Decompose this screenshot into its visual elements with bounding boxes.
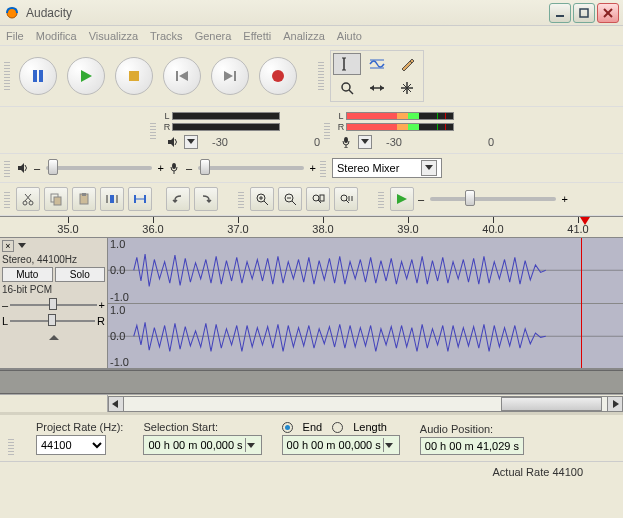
- scrollbar-trough[interactable]: [124, 396, 607, 412]
- svg-rect-12: [234, 71, 236, 81]
- selection-end-field[interactable]: 00 h 00 m 00,000 s: [282, 435, 400, 455]
- pause-button[interactable]: [19, 57, 57, 95]
- fit-selection-button[interactable]: [306, 187, 330, 211]
- toolbar-grip[interactable]: [4, 62, 10, 90]
- gain-slider[interactable]: – +: [2, 299, 105, 311]
- svg-marker-63: [397, 194, 407, 204]
- svg-point-33: [172, 163, 176, 169]
- audio-position-field[interactable]: 00 h 00 m 41,029 s: [420, 437, 524, 455]
- track-menu-button[interactable]: [16, 240, 28, 252]
- draw-tool[interactable]: [393, 53, 421, 75]
- svg-rect-2: [580, 9, 588, 17]
- scroll-left-button[interactable]: [108, 396, 124, 412]
- zoom-out-button[interactable]: [278, 187, 302, 211]
- undo-button[interactable]: [166, 187, 190, 211]
- output-volume-slider[interactable]: [46, 166, 151, 170]
- selection-tool[interactable]: [333, 53, 361, 75]
- menu-edit[interactable]: Modifica: [36, 30, 77, 42]
- svg-rect-6: [39, 70, 43, 82]
- transport-toolbar: [0, 46, 623, 107]
- selection-start-field[interactable]: 00 h 00 m 00,000 s: [143, 435, 261, 455]
- svg-line-55: [292, 201, 296, 205]
- zoom-in-button[interactable]: [250, 187, 274, 211]
- waveform-left-channel[interactable]: 1.00.0-1.0: [108, 238, 623, 304]
- svg-marker-71: [247, 443, 255, 448]
- svg-marker-65: [18, 243, 26, 248]
- menu-tracks[interactable]: Tracks: [150, 30, 183, 42]
- skip-end-button[interactable]: [211, 57, 249, 95]
- play-button[interactable]: [67, 57, 105, 95]
- vol-max-icon: +: [158, 162, 164, 174]
- chevron-down-icon[interactable]: [383, 438, 395, 452]
- playback-meter-l[interactable]: [172, 112, 280, 120]
- track-control-panel: × Stereo, 44100Hz Muto Solo 16-bit PCM –…: [0, 238, 108, 368]
- minimize-button[interactable]: [549, 3, 571, 23]
- svg-marker-72: [385, 443, 393, 448]
- input-device-select[interactable]: Stereo Mixer: [332, 158, 442, 178]
- svg-marker-7: [81, 70, 92, 82]
- fit-project-button[interactable]: [334, 187, 358, 211]
- transcription-grip[interactable]: [378, 190, 384, 208]
- record-meter-menu[interactable]: [358, 135, 372, 149]
- menu-view[interactable]: Visualizza: [89, 30, 138, 42]
- zoom-tool[interactable]: [333, 77, 361, 99]
- envelope-tool[interactable]: [363, 53, 391, 75]
- playback-meter-grip[interactable]: [150, 121, 156, 139]
- menu-file[interactable]: File: [6, 30, 24, 42]
- timeline-ruler[interactable]: 35.0 36.0 37.0 38.0 39.0 40.0 41.0: [0, 216, 623, 238]
- track-close-button[interactable]: ×: [2, 240, 14, 252]
- svg-rect-42: [82, 193, 86, 196]
- status-bar: Actual Rate 44100: [0, 461, 623, 481]
- zoom-grip[interactable]: [238, 190, 244, 208]
- menu-effects[interactable]: Effetti: [243, 30, 271, 42]
- waveform-right-channel[interactable]: 1.00.0-1.0: [108, 304, 623, 369]
- pan-slider[interactable]: L R: [2, 315, 105, 327]
- maximize-button[interactable]: [573, 3, 595, 23]
- horizontal-scrollbar: [0, 394, 623, 412]
- tools-grip[interactable]: [318, 62, 324, 90]
- trim-button[interactable]: [100, 187, 124, 211]
- menu-generate[interactable]: Genera: [195, 30, 232, 42]
- cut-button[interactable]: [16, 187, 40, 211]
- stop-button[interactable]: [115, 57, 153, 95]
- record-meter-grip[interactable]: [324, 121, 330, 139]
- play-speed-slider[interactable]: [430, 197, 555, 201]
- project-rate-select[interactable]: 44100: [36, 435, 106, 455]
- timeshift-tool[interactable]: [363, 77, 391, 99]
- record-button[interactable]: [259, 57, 297, 95]
- close-button[interactable]: [597, 3, 619, 23]
- playback-meter-menu[interactable]: [184, 135, 198, 149]
- skip-start-button[interactable]: [163, 57, 201, 95]
- paste-button[interactable]: [72, 187, 96, 211]
- scroll-right-button[interactable]: [607, 396, 623, 412]
- record-meter-r[interactable]: [346, 123, 454, 131]
- svg-marker-11: [224, 71, 233, 81]
- device-grip[interactable]: [320, 159, 326, 177]
- playback-meter-r[interactable]: [172, 123, 280, 131]
- svg-marker-23: [380, 85, 384, 91]
- mute-button[interactable]: Muto: [2, 267, 53, 282]
- menu-analyze[interactable]: Analizza: [283, 30, 325, 42]
- track-collapse-button[interactable]: [2, 331, 105, 343]
- record-meter-l[interactable]: [346, 112, 454, 120]
- play-speed-button[interactable]: [390, 187, 414, 211]
- multi-tool[interactable]: [393, 77, 421, 99]
- waveform-display[interactable]: 1.00.0-1.0 1.00.0-1.0: [108, 238, 623, 368]
- svg-marker-31: [361, 139, 369, 144]
- svg-rect-43: [110, 195, 114, 203]
- end-radio[interactable]: [282, 422, 293, 433]
- silence-button[interactable]: [128, 187, 152, 211]
- copy-button[interactable]: [44, 187, 68, 211]
- length-radio[interactable]: [332, 422, 343, 433]
- redo-button[interactable]: [194, 187, 218, 211]
- mixer-grip[interactable]: [4, 159, 10, 177]
- input-volume-slider[interactable]: [198, 166, 303, 170]
- selection-grip[interactable]: [8, 437, 14, 455]
- scrollbar-thumb[interactable]: [501, 397, 602, 411]
- svg-point-35: [23, 201, 27, 205]
- edit-grip[interactable]: [4, 190, 10, 208]
- menu-help[interactable]: Aiuto: [337, 30, 362, 42]
- chevron-down-icon[interactable]: [245, 438, 257, 452]
- solo-button[interactable]: Solo: [55, 267, 106, 282]
- project-rate-label: Project Rate (Hz):: [36, 421, 123, 433]
